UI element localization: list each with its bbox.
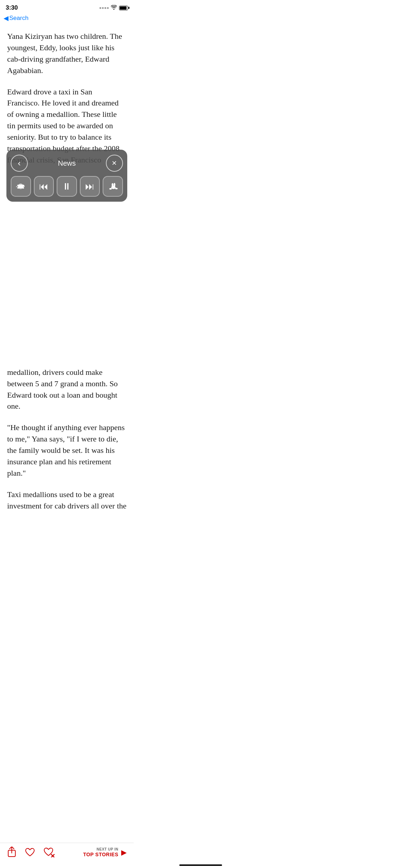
back-button[interactable]: ◀ Search — [4, 14, 128, 22]
player-prev-button[interactable]: ⏮ — [34, 176, 54, 197]
svg-point-7 — [24, 185, 25, 186]
article-paragraph-4: "He thought if anything ever happens to … — [7, 422, 127, 479]
player-prev-icon: ⏮ — [39, 181, 48, 192]
back-chevron-icon: ◀ — [4, 14, 9, 22]
media-player: ‹ News ✕ ⏮ ⏸ — [6, 150, 127, 202]
player-pause-icon: ⏸ — [62, 181, 71, 192]
player-title: News — [58, 159, 76, 167]
nav-bar: ◀ Search — [0, 13, 134, 25]
article-paragraph-1: Yana Kiziryan has two children. The youn… — [7, 31, 127, 76]
svg-point-10 — [113, 183, 115, 186]
svg-point-2 — [17, 185, 20, 186]
battery-icon — [119, 6, 128, 10]
status-time: 3:30 — [6, 4, 18, 11]
player-next-button[interactable]: ⏭ — [80, 176, 100, 197]
player-back-icon: ‹ — [18, 158, 21, 168]
svg-point-13 — [115, 188, 118, 189]
signal-icon — [99, 7, 109, 9]
article-paragraph-3: medallion, drivers could make between 5 … — [7, 367, 127, 412]
article-content: Yana Kiziryan has two children. The youn… — [0, 25, 134, 166]
player-slow-button[interactable] — [11, 176, 31, 197]
status-icons — [99, 5, 128, 11]
player-pause-button[interactable]: ⏸ — [57, 176, 77, 197]
player-next-icon: ⏭ — [85, 181, 94, 192]
wifi-icon — [111, 5, 117, 11]
back-label: Search — [9, 15, 29, 22]
article-content-continued: medallion, drivers could make between 5 … — [0, 361, 134, 512]
svg-point-9 — [112, 183, 113, 187]
rabbit-icon — [108, 182, 118, 190]
player-top-row: ‹ News ✕ — [11, 155, 123, 172]
article-paragraph-5: Taxi medallions used to be a great inves… — [7, 489, 127, 512]
player-close-button[interactable]: ✕ — [106, 155, 123, 172]
player-fast-button[interactable] — [103, 176, 123, 197]
turtle-icon — [16, 182, 26, 190]
svg-point-4 — [17, 187, 20, 188]
player-back-button[interactable]: ‹ — [11, 155, 28, 172]
player-close-icon: ✕ — [112, 159, 117, 167]
player-controls-row: ⏮ ⏸ ⏭ — [11, 176, 123, 197]
svg-point-11 — [115, 187, 116, 187]
status-bar: 3:30 — [0, 0, 134, 13]
svg-point-5 — [22, 187, 24, 188]
svg-point-12 — [109, 188, 112, 190]
